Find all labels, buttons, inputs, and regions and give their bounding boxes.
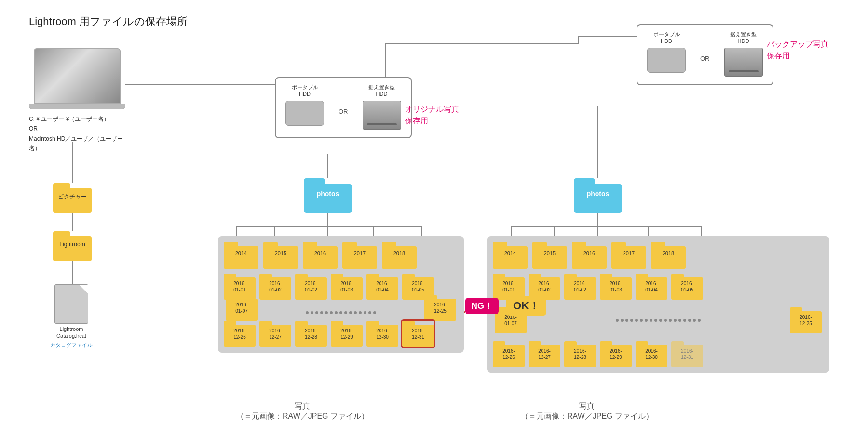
right-date-1229: 2016-12-29 [600, 341, 632, 367]
hdd-backup-caption-line1: バックアップ写真 [767, 39, 828, 50]
catalog-file: Lightroom Catalog.lrcat カタログファイル [54, 284, 93, 349]
right-date-0102a: 2016-01-02 [529, 274, 560, 300]
page-title: Lightroom 用ファイルの保存場所 [29, 14, 188, 29]
left-date-row3: 2016-12-26 2016-12-27 2016-12-28 2016-12… [224, 321, 458, 347]
portable-hdd-backup [647, 48, 686, 73]
left-date-0102b: 2016-01-02 [295, 274, 327, 300]
right-date-1231-dim: 2016-12-31 [671, 341, 703, 367]
hdd-backup-portable-label: ポータブルHDD [653, 31, 680, 45]
right-date-0105: 2016-01-05 [671, 274, 703, 300]
left-date-1231-highlighted: 2016-12-31 [402, 321, 434, 347]
left-year-2016: 2016 [303, 242, 338, 269]
right-year-folders-row: 2014 2015 2016 2017 2018 [493, 242, 824, 269]
left-date-0107: 2016-01-07 [226, 295, 258, 321]
caption-right-line1: 写真 [521, 401, 653, 411]
hdd-main-or: OR [339, 98, 348, 115]
folder-lightroom-label: Lightroom [53, 241, 92, 248]
laptop-diagram: C: ¥ ユーザー ¥（ユーザー名） OR Macintosh HD／ユーザ／（… [29, 48, 125, 154]
left-date-1230: 2016-12-30 [366, 321, 398, 347]
left-date-0102a: 2016-01-02 [259, 274, 291, 300]
hdd-main-portable-label: ポータブルHDD [292, 84, 318, 98]
right-year-2014: 2014 [493, 242, 528, 269]
laptop-screen [34, 48, 121, 104]
folder-pictures-label: ピクチャー [53, 193, 92, 201]
left-date-1227: 2016-12-27 [259, 321, 291, 347]
left-year-2014: 2014 [224, 242, 258, 269]
left-date-1225: 2016-12-25 [424, 295, 456, 321]
left-year-folders-row: 2014 2015 2016 2017 2018 [224, 242, 458, 269]
desktop-hdd-main [363, 101, 401, 130]
caption-left-line1: 写真 [236, 401, 369, 411]
portable-hdd-main [285, 101, 324, 126]
laptop-base [29, 104, 125, 109]
photos-folder-right-label: photos [574, 190, 622, 198]
left-date-0103: 2016-01-03 [331, 274, 363, 300]
right-year-2015: 2015 [532, 242, 567, 269]
right-date-1230: 2016-12-30 [636, 341, 667, 367]
hdd-backup-caption: バックアップ写真 保存用 [767, 39, 828, 62]
left-folders-area: 2014 2015 2016 2017 2018 2016-01-01 2016… [218, 236, 464, 353]
left-date-row1: 2016-01-01 2016-01-02 2016-01-02 2016-01… [224, 274, 458, 300]
right-date-row3: 2016-12-26 2016-12-27 2016-12-28 2016-12… [493, 341, 824, 367]
left-year-2018: 2018 [382, 242, 417, 269]
left-year-2015: 2015 [263, 242, 298, 269]
right-date-1228: 2016-12-28 [564, 341, 596, 367]
bottom-caption-right: 写真 （＝元画像：RAW／JPEG ファイル） [521, 401, 653, 422]
caption-left-line2: （＝元画像：RAW／JPEG ファイル） [236, 411, 369, 422]
hdd-backup-caption-line2: 保存用 [767, 50, 828, 62]
photos-folder-left-label: photos [304, 190, 352, 198]
right-date-0102b: 2016-01-02 [564, 274, 596, 300]
ok-badge: OK！ [506, 296, 546, 316]
right-date-1227: 2016-12-27 [529, 341, 560, 367]
left-year-2017: 2017 [342, 242, 377, 269]
right-date-row1: 2016-01-01 2016-01-02 2016-01-02 2016-01… [493, 274, 824, 300]
hdd-backup-desktop-label: 据え置き型HDD [730, 31, 757, 45]
right-year-2018: 2018 [651, 242, 686, 269]
photos-folder-right: photos [574, 178, 622, 213]
caption-right-line2: （＝元画像：RAW／JPEG ファイル） [521, 411, 653, 422]
hdd-main-caption: オリジナル写真 保存用 [405, 104, 459, 127]
hdd-main-caption-line1: オリジナル写真 [405, 104, 459, 115]
left-dots-row: 2016-01-07 2016-12-25 [224, 304, 458, 317]
left-date-1226: 2016-12-26 [224, 321, 256, 347]
folder-pictures: ピクチャー [53, 183, 92, 220]
laptop-path-label: C: ¥ ユーザー ¥（ユーザー名） OR Macintosh HD／ユーザ／（… [29, 114, 125, 154]
desktop-hdd-backup [724, 48, 763, 77]
hdd-box-main: ポータブルHDD OR 据え置き型HDD [275, 77, 412, 138]
photos-folder-left: photos [304, 178, 352, 213]
ng-badge: NG！ [465, 298, 499, 314]
right-date-1226: 2016-12-26 [493, 341, 525, 367]
bottom-caption-left: 写真 （＝元画像：RAW／JPEG ファイル） [236, 401, 369, 422]
right-date-1225: 2016-12-25 [790, 307, 822, 333]
catalog-sublabel: カタログファイル [50, 342, 93, 349]
left-date-1229: 2016-12-29 [331, 321, 363, 347]
left-date-0104: 2016-01-04 [366, 274, 398, 300]
catalog-filename: Lightroom Catalog.lrcat [50, 326, 93, 340]
hdd-main-desktop-label: 据え置き型HDD [368, 84, 395, 98]
hdd-box-backup: ポータブルHDD OR 据え置き型HDD [637, 24, 773, 85]
folder-lightroom: Lightroom [53, 231, 92, 268]
right-date-0103: 2016-01-03 [600, 274, 632, 300]
right-dots [529, 319, 787, 322]
hdd-backup-or: OR [700, 45, 710, 62]
left-date-1228: 2016-12-28 [295, 321, 327, 347]
right-date-0101: 2016-01-01 [493, 274, 525, 300]
right-year-2016: 2016 [572, 242, 607, 269]
right-year-2017: 2017 [611, 242, 646, 269]
hdd-main-caption-line2: 保存用 [405, 115, 459, 127]
right-date-0104: 2016-01-04 [636, 274, 667, 300]
left-dots [260, 306, 422, 314]
